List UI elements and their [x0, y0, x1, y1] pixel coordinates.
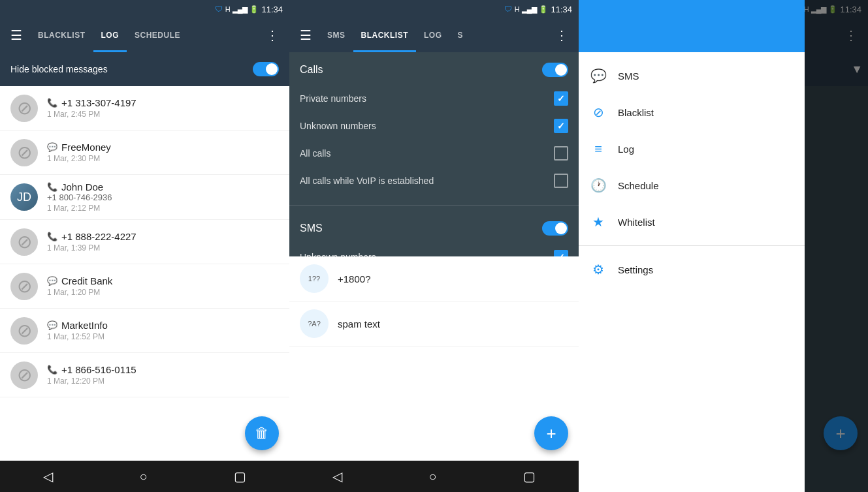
log-name: 💬 FreeMoney: [47, 142, 279, 153]
list-item[interactable]: ⊘ 💬 FreeMoney 1 Mar, 2:30 PM: [0, 131, 289, 175]
hide-blocked-toggle[interactable]: [253, 62, 279, 76]
battery-1: 🔋: [249, 5, 259, 14]
tab-schedule-1[interactable]: SCHEDULE: [127, 18, 188, 52]
drawer-label-schedule: Schedule: [618, 180, 659, 191]
list-item[interactable]: ⊘ 💬 MarketInfo 1 Mar, 12:52 PM: [0, 309, 289, 353]
drawer-header: [579, 0, 805, 52]
log-info: 📞 +1 866-516-0115 1 Mar, 12:20 PM: [47, 364, 279, 386]
block-icon: ⊘: [17, 275, 32, 297]
sms-icon: 💬: [47, 142, 57, 152]
list-item[interactable]: ⊘ 💬 Credit Bank 1 Mar, 1:20 PM: [0, 264, 289, 309]
log-date: 1 Mar, 1:39 PM: [47, 243, 279, 253]
log-date: 1 Mar, 12:20 PM: [47, 377, 279, 386]
log-name: 📞 +1 313-307-4197: [47, 97, 279, 108]
menu-button-2[interactable]: ☰: [295, 22, 317, 48]
list-item[interactable]: JD 📞 John Doe +1 800-746-2936 1 Mar, 2:1…: [0, 175, 289, 220]
more-options-1[interactable]: ⋮: [261, 22, 284, 48]
avatar-photo: JD: [10, 183, 38, 211]
bottom-nav-1: ◁ ○ ▢: [0, 461, 289, 492]
nav-tabs-1: BLACKLIST LOG SCHEDULE: [30, 18, 258, 52]
drawer-label-blacklist: Blacklist: [618, 107, 654, 118]
blacklist-settings: Calls Private numbers Unknown numbers Al…: [289, 52, 579, 256]
setting-label-unknown-calls: Unknown numbers: [300, 121, 376, 131]
whitelist-icon: ★: [589, 213, 607, 231]
tab-blacklist-1[interactable]: BLACKLIST: [30, 18, 93, 52]
checkbox-all-calls[interactable]: [554, 146, 568, 161]
drawer-item-schedule[interactable]: 🕐 Schedule: [579, 167, 805, 204]
nav-bar-2: ☰ SMS BLACKLIST LOG S ⋮: [289, 18, 579, 52]
recents-button-2[interactable]: ▢: [510, 463, 549, 489]
log-name: 📞 John Doe: [47, 181, 279, 192]
drawer-item-whitelist[interactable]: ★ Whitelist: [579, 204, 805, 240]
section-divider-1: [289, 205, 579, 206]
tab-log-1[interactable]: LOG: [93, 18, 127, 52]
home-button-2[interactable]: ○: [415, 464, 449, 489]
log-sub: +1 800-746-2936: [47, 192, 279, 202]
sms-icon: 💬: [47, 276, 57, 286]
tab-s-2[interactable]: S: [450, 18, 472, 52]
log-name: 📞 +1 866-516-0115: [47, 364, 279, 375]
log-info: 💬 FreeMoney 1 Mar, 2:30 PM: [47, 142, 279, 163]
sms-icon: 💬: [589, 67, 607, 85]
status-bar-1: 🛡 H ▂▄▆ 🔋 11:34: [0, 0, 289, 18]
checkbox-unknown-calls[interactable]: [554, 119, 568, 133]
recents-button-1[interactable]: ▢: [221, 463, 259, 489]
setting-row-voip[interactable]: All calls while VoIP is established: [300, 167, 568, 194]
checkbox-private[interactable]: [554, 91, 568, 106]
list-item[interactable]: ⊘ 📞 +1 866-516-0115 1 Mar, 12:20 PM: [0, 353, 289, 397]
log-info: 💬 Credit Bank 1 Mar, 1:20 PM: [47, 275, 279, 297]
home-button-1[interactable]: ○: [126, 464, 160, 489]
drawer-item-settings[interactable]: ⚙ Settings: [579, 251, 805, 288]
schedule-icon: 🕐: [589, 176, 607, 194]
call-icon: 📞: [47, 365, 57, 375]
signal-bars-2: ▂▄▆: [522, 5, 538, 14]
tab-log-2[interactable]: LOG: [416, 18, 450, 52]
setting-label-private: Private numbers: [300, 93, 366, 104]
sms-toggle[interactable]: [542, 221, 568, 236]
drawer-item-log[interactable]: ≡ Log: [579, 131, 805, 167]
block-icon: ⊘: [17, 231, 32, 253]
drawer-item-sms[interactable]: 💬 SMS: [579, 57, 805, 94]
back-button-1[interactable]: ◁: [30, 463, 66, 489]
blacklist-item-name: spam text: [338, 318, 380, 330]
log-info: 📞 John Doe +1 800-746-2936 1 Mar, 2:12 P…: [47, 181, 279, 213]
more-options-2[interactable]: ⋮: [550, 22, 573, 48]
signal-icons-2: H ▂▄▆ 🔋: [515, 5, 549, 14]
blacklist-icon: ⊘: [589, 103, 607, 121]
setting-row-all-calls[interactable]: All calls: [300, 140, 568, 167]
list-item[interactable]: ⊘ 📞 +1 888-222-4227 1 Mar, 1:39 PM: [0, 220, 289, 264]
drawer-label-sms: SMS: [618, 70, 639, 82]
list-item[interactable]: ?A? spam text: [289, 301, 579, 346]
back-button-2[interactable]: ◁: [319, 463, 355, 489]
avatar: ⊘: [10, 273, 38, 300]
settings-icon: ⚙: [589, 260, 607, 279]
signal-bars-1: ▂▄▆: [233, 5, 248, 14]
log-name: 💬 Credit Bank: [47, 275, 279, 286]
checkbox-voip[interactable]: [554, 174, 568, 188]
call-icon: 📞: [47, 232, 57, 241]
bottom-nav-2: ◁ ○ ▢: [289, 461, 579, 492]
setting-label-voip: All calls while VoIP is established: [300, 176, 434, 186]
calls-toggle[interactable]: [542, 63, 568, 77]
call-icon: 📞: [47, 182, 57, 192]
checkbox-unknown-sms[interactable]: [554, 250, 568, 256]
menu-button-1[interactable]: ☰: [5, 22, 27, 48]
delete-fab[interactable]: 🗑: [245, 416, 279, 450]
block-icon: ⊘: [17, 97, 32, 119]
list-item[interactable]: 1?? +1800?: [289, 256, 579, 301]
setting-row-unknown-sms[interactable]: Unknown numbers: [300, 243, 568, 256]
blacklist-item-name: +1800?: [338, 273, 370, 284]
setting-row-private[interactable]: Private numbers: [300, 85, 568, 112]
log-date: 1 Mar, 2:12 PM: [47, 204, 279, 213]
add-fab-2[interactable]: +: [534, 416, 568, 450]
tab-sms-2[interactable]: SMS: [319, 18, 353, 52]
setting-row-unknown-calls[interactable]: Unknown numbers: [300, 112, 568, 140]
list-item[interactable]: ⊘ 📞 +1 313-307-4197 1 Mar, 2:45 PM: [0, 86, 289, 131]
tab-blacklist-2[interactable]: BLACKLIST: [353, 18, 417, 52]
log-date: 1 Mar, 2:30 PM: [47, 154, 279, 163]
calls-section: Calls Private numbers Unknown numbers Al…: [289, 52, 579, 200]
nav-tabs-2: SMS BLACKLIST LOG S: [319, 18, 547, 52]
log-date: 1 Mar, 2:45 PM: [47, 110, 279, 119]
log-date: 1 Mar, 12:52 PM: [47, 332, 279, 341]
drawer-item-blacklist[interactable]: ⊘ Blacklist: [579, 94, 805, 131]
